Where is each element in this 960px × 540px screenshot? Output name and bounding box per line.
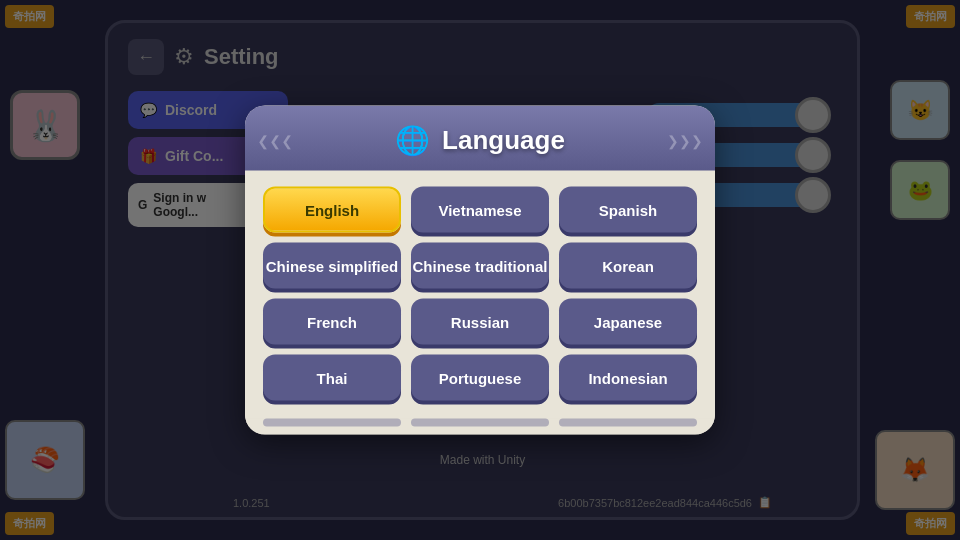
modal-header: 🌐 Language: [245, 106, 715, 171]
modal-title: Language: [442, 125, 565, 156]
lang-btn-indonesian[interactable]: Indonesian: [559, 355, 697, 401]
modal-bottom-hint: [245, 419, 715, 435]
hint-bar-3: [559, 419, 697, 427]
lang-btn-portuguese[interactable]: Portuguese: [411, 355, 549, 401]
language-modal: 🌐 Language EnglishVietnameseSpanishChine…: [245, 106, 715, 435]
lang-btn-thai[interactable]: Thai: [263, 355, 401, 401]
hint-bar-1: [263, 419, 401, 427]
lang-btn-spanish[interactable]: Spanish: [559, 187, 697, 233]
lang-btn-french[interactable]: French: [263, 299, 401, 345]
hint-bar-2: [411, 419, 549, 427]
globe-icon: 🌐: [395, 124, 430, 157]
lang-btn-chinese-simplified[interactable]: Chinese simplified: [263, 243, 401, 289]
lang-btn-chinese-traditional[interactable]: Chinese traditional: [411, 243, 549, 289]
lang-btn-english[interactable]: English: [263, 187, 401, 233]
lang-btn-russian[interactable]: Russian: [411, 299, 549, 345]
lang-btn-japanese[interactable]: Japanese: [559, 299, 697, 345]
lang-btn-korean[interactable]: Korean: [559, 243, 697, 289]
lang-btn-vietnamese[interactable]: Vietnamese: [411, 187, 549, 233]
language-grid: EnglishVietnameseSpanishChinese simplifi…: [245, 171, 715, 419]
